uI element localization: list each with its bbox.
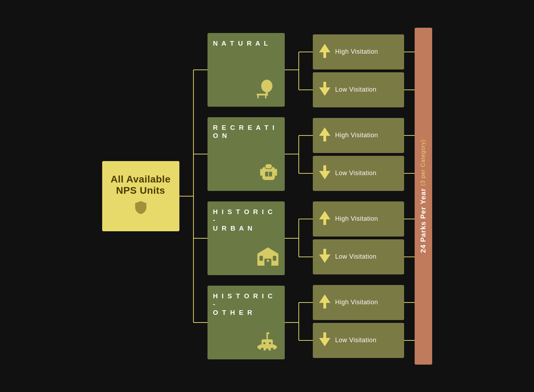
historic-other-low-label: Low Visitation [335,337,377,344]
natural-high-visitation: High Visitation [313,34,404,69]
svg-rect-46 [273,256,276,261]
svg-marker-51 [260,334,266,339]
svg-marker-59 [319,82,330,96]
natural-low-visitation: Low Visitation [313,72,404,107]
svg-marker-58 [319,44,330,58]
category-historic-other: H I S T O R I C - O T H E R [207,286,285,359]
natural-high-label: High Visitation [335,48,378,55]
recreation-visitation-pair: High Visitation Low Visitation [313,118,404,191]
svg-marker-63 [319,249,330,263]
ho-low-arrow-icon [319,332,330,348]
nps-shield-icon [133,200,149,218]
visitation-column: High Visitation Low Visitation High Visi… [313,34,404,358]
svg-point-54 [269,342,271,344]
svg-marker-61 [319,165,330,179]
category-recreation: R E C R E A T I O N [207,117,285,191]
natural-visitation-pair: High Visitation Low Visitation [313,34,404,107]
svg-rect-34 [265,95,266,98]
svg-rect-32 [257,94,267,95]
category-historic-urban-title: H I S T O R I C - U R B A N [213,208,279,233]
ho-high-arrow-icon [319,294,330,311]
hu-high-arrow-icon [319,211,330,227]
historic-urban-icon [256,246,280,271]
category-recreation-title: R E C R E A T I O N [213,124,279,140]
svg-rect-40 [275,169,277,176]
right-bar: 24 Parks Per Year (3 per Category) [415,28,432,365]
svg-rect-39 [260,169,262,176]
svg-marker-42 [257,247,278,254]
low-arrow-icon [319,82,330,98]
historic-other-high-label: High Visitation [335,299,378,306]
rec-high-arrow-icon [319,127,330,144]
svg-rect-49 [266,333,268,343]
recreation-high-visitation: High Visitation [313,118,404,153]
recreation-icon [257,160,280,187]
category-historic-urban: H I S T O R I C - U R B A N [207,201,285,275]
svg-marker-60 [319,127,330,141]
svg-point-44 [267,260,269,262]
svg-point-55 [261,348,264,351]
svg-marker-62 [319,211,330,225]
historic-urban-low-label: Low Visitation [335,253,377,260]
natural-icon [255,76,280,102]
svg-marker-65 [319,332,330,346]
historic-urban-high-visitation: High Visitation [313,201,404,237]
hu-low-arrow-icon [319,249,330,265]
svg-marker-64 [319,294,330,308]
svg-rect-52 [266,332,269,334]
svg-rect-36 [265,164,272,169]
svg-point-57 [271,348,273,351]
historic-other-icon [255,331,280,355]
root-node: All Available NPS Units [102,161,179,231]
root-title: All Available NPS Units [108,174,174,196]
recreation-low-visitation: Low Visitation [313,156,404,191]
categories-column: N A T U R A L R E C R E [207,33,285,359]
svg-point-31 [261,80,272,92]
svg-marker-50 [268,334,274,339]
rec-low-arrow-icon [319,165,330,181]
svg-point-53 [263,342,265,344]
right-bar-label: 24 Parks Per Year (3 per Category) [419,139,427,253]
svg-point-56 [266,348,269,351]
svg-rect-45 [259,256,263,261]
historic-other-visitation-pair: High Visitation Low Visitation [313,285,404,358]
historic-other-low-visitation: Low Visitation [313,323,404,358]
cat-vis-wrapper: N A T U R A L R E C R E [207,28,432,365]
category-natural-title: N A T U R A L [213,39,269,48]
natural-low-label: Low Visitation [335,86,377,93]
historic-urban-high-label: High Visitation [335,215,378,222]
high-arrow-icon [319,44,330,60]
historic-urban-visitation-pair: High Visitation Low Visitation [313,201,404,274]
recreation-low-label: Low Visitation [335,170,377,177]
historic-urban-low-visitation: Low Visitation [313,239,404,274]
diagram-wrapper: All Available NPS Units N A T U R A L [102,28,432,365]
category-historic-other-title: H I S T O R I C - O T H E R [213,292,279,317]
svg-rect-33 [257,95,259,98]
category-natural: N A T U R A L [207,33,285,107]
recreation-high-label: High Visitation [335,132,378,139]
historic-other-high-visitation: High Visitation [313,285,404,320]
